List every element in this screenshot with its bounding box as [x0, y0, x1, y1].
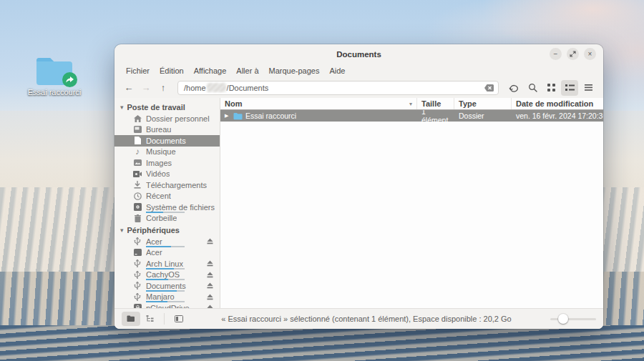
wallpaper-dunes-deep — [0, 325, 644, 361]
sort-descending-icon: ▾ — [409, 101, 412, 107]
path-prefix: /home — [184, 84, 206, 92]
download-icon — [133, 181, 142, 189]
eject-icon[interactable] — [207, 272, 213, 278]
path-input[interactable]: /home /Documents — [177, 81, 499, 95]
cloud-drive-icon — [133, 304, 142, 308]
close-button[interactable]: × — [584, 48, 596, 60]
column-header-taille[interactable]: Taille — [417, 98, 454, 109]
eject-icon[interactable] — [207, 294, 213, 300]
document-icon — [133, 137, 142, 144]
close-icon: × — [588, 51, 592, 58]
file-size: 1 élément — [417, 110, 454, 122]
maximize-button[interactable] — [567, 48, 579, 60]
usb-drive-icon — [133, 293, 142, 301]
file-row-essai-raccourci[interactable]: ▶ Essai raccourci 1 élément Dossier ven.… — [220, 110, 603, 122]
zoom-slider-knob[interactable] — [558, 314, 568, 324]
reload-button[interactable] — [505, 80, 522, 96]
sidebar-item-pclouddrive[interactable]: pCloudDrive — [114, 302, 220, 308]
search-button[interactable] — [524, 80, 541, 96]
file-name: Essai raccourci — [245, 112, 296, 120]
minimize-icon: − — [554, 51, 558, 58]
trash-icon — [133, 214, 142, 222]
sidebar-item-acer-usb[interactable]: Acer — [114, 236, 220, 247]
maximize-icon — [570, 51, 576, 57]
menu-affichage[interactable]: Affichage — [189, 65, 232, 76]
window-title: Documents — [114, 50, 603, 59]
file-list: Nom ▾ Taille Type Date de modification — [220, 98, 603, 308]
sidebar-item-bureau[interactable]: Bureau — [114, 124, 220, 136]
sidebar-item-documents-device[interactable]: Documents — [114, 280, 220, 292]
zoom-slider[interactable] — [550, 314, 596, 324]
image-icon — [133, 159, 142, 166]
redacted-username — [207, 83, 226, 92]
sidebar: ▾ Poste de travail Dossier personnel Bur… — [114, 98, 220, 308]
path-suffix: /Documents — [227, 84, 269, 92]
sidebar-item-videos[interactable]: Vidéos — [114, 169, 220, 180]
eject-icon[interactable] — [207, 238, 213, 244]
statusbar-separator — [164, 313, 165, 325]
sidebar-item-musique[interactable]: ♪ Musique — [114, 147, 220, 158]
minimize-button[interactable]: − — [550, 48, 562, 60]
sidebar-item-corbeille[interactable]: Corbeille — [114, 213, 220, 224]
forward-icon: → — [142, 82, 151, 93]
menu-edition[interactable]: Édition — [155, 65, 189, 76]
reload-icon — [509, 83, 519, 92]
usb-drive-icon — [133, 282, 142, 290]
zoom-slider-track[interactable] — [550, 318, 596, 320]
column-header-type[interactable]: Type — [454, 98, 512, 109]
sidebar-item-images[interactable]: Images — [114, 157, 220, 169]
filesystem-icon — [133, 203, 142, 211]
sidebar-section-peripheriques[interactable]: ▾ Périphériques — [114, 224, 220, 236]
clear-path-icon[interactable] — [484, 84, 494, 92]
column-header-nom[interactable]: Nom ▾ — [220, 98, 417, 109]
menu-marque-pages[interactable]: Marque-pages — [264, 65, 325, 76]
file-type: Dossier — [454, 110, 512, 122]
places-icon — [127, 315, 135, 322]
tree-view-button[interactable] — [140, 312, 159, 326]
sidebar-item-cachyos[interactable]: CachyOS — [114, 269, 220, 281]
back-icon: ← — [125, 82, 134, 93]
eject-icon[interactable] — [207, 260, 213, 267]
row-expander-icon[interactable]: ▶ — [225, 113, 230, 119]
section-expander-icon[interactable]: ▾ — [120, 104, 124, 111]
sidebar-item-arch-linux[interactable]: Arch Linux — [114, 258, 220, 269]
column-headers: Nom ▾ Taille Type Date de modification — [220, 98, 603, 110]
sidebar-section-poste-de-travail[interactable]: ▾ Poste de travail — [114, 101, 220, 113]
desktop: Essai raccourci Documents − × Fichier Éd… — [0, 0, 644, 361]
sidebar-item-recent[interactable]: Récent — [114, 191, 220, 202]
desktop-icon — [133, 126, 142, 133]
up-button[interactable]: ↑ — [155, 80, 171, 96]
usb-drive-icon — [133, 259, 142, 267]
toolbar: ← → ↑ /home /Documents — [114, 77, 603, 98]
shortcut-arrow-badge-icon — [62, 72, 77, 87]
video-icon — [133, 171, 142, 177]
sidebar-item-systeme-de-fichiers[interactable]: Système de fichiers — [114, 202, 220, 213]
desktop-shortcut-essai-raccourci[interactable]: Essai raccourci — [27, 54, 82, 97]
eject-icon[interactable] — [207, 282, 213, 289]
sidebar-item-telechargements[interactable]: Téléchargements — [114, 179, 220, 191]
compact-view-button[interactable] — [580, 80, 597, 96]
sidebar-item-dossier-personnel[interactable]: Dossier personnel — [114, 113, 220, 124]
menu-aide[interactable]: Aide — [324, 65, 350, 76]
search-icon — [528, 83, 537, 92]
sidebar-item-acer-disk[interactable]: Acer — [114, 247, 220, 259]
menu-aller-a[interactable]: Aller à — [231, 65, 263, 76]
menu-fichier[interactable]: Fichier — [121, 65, 155, 76]
eject-icon[interactable] — [207, 305, 213, 308]
section-expander-icon[interactable]: ▾ — [120, 227, 124, 234]
status-text: « Essai raccourci » sélectionné (contena… — [188, 315, 545, 323]
toggle-sidebar-button[interactable] — [170, 312, 188, 326]
sidebar-item-manjaro[interactable]: Manjaro — [114, 292, 220, 303]
icon-view-button[interactable] — [542, 80, 560, 96]
titlebar[interactable]: Documents − × — [114, 44, 603, 64]
places-sidebar-button[interactable] — [122, 312, 140, 326]
music-icon: ♪ — [133, 147, 142, 156]
column-header-date[interactable]: Date de modification — [512, 98, 603, 109]
back-button[interactable]: ← — [121, 80, 137, 96]
sidebar-item-documents[interactable]: Documents — [114, 135, 220, 147]
forward-button[interactable]: → — [138, 80, 154, 96]
list-view-button[interactable] — [561, 80, 578, 96]
icon-view-icon — [547, 84, 555, 92]
toggle-sidebar-icon — [175, 315, 183, 322]
home-icon — [133, 115, 142, 122]
